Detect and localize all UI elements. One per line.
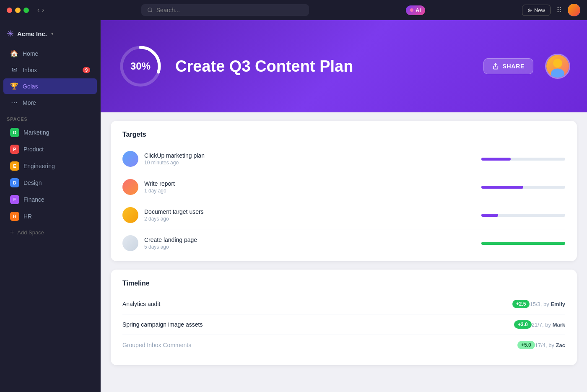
sidebar-item-more[interactable]: ⋯ More <box>3 95 97 110</box>
plus-icon: ⊕ <box>527 7 532 13</box>
target-name-2: Write report <box>144 180 475 187</box>
ai-button[interactable]: AI <box>406 5 425 15</box>
back-button[interactable]: ‹ <box>37 6 39 14</box>
design-label: Design <box>23 179 42 186</box>
hero-avatar-image <box>546 55 569 78</box>
more-icon: ⋯ <box>10 99 18 106</box>
timeline-item: Grouped Inbox Comments +5.0 17/4, by Zac <box>122 335 565 355</box>
engineering-letter: E <box>13 164 16 169</box>
add-space-label: Add Space <box>17 229 44 236</box>
target-info-3: Document target users 2 days ago <box>144 208 475 222</box>
timeline-meta-3: 17/4, by Zac <box>535 342 565 348</box>
user-avatar[interactable] <box>568 4 580 16</box>
progress-bar-3 <box>481 214 565 217</box>
progress-ring: 30% <box>117 43 164 89</box>
design-dot: D <box>10 178 19 187</box>
sidebar-item-product[interactable]: P Product <box>3 141 97 157</box>
sidebar-item-inbox[interactable]: ✉ Inbox 9 <box>3 62 97 78</box>
close-window[interactable] <box>7 8 12 13</box>
timeline-card: Timeline Analytics audit +2.5 15/3, by E… <box>111 270 577 365</box>
grid-icon[interactable]: ⠿ <box>556 5 562 15</box>
brand[interactable]: ✳ Acme Inc. ▾ <box>0 27 100 45</box>
topbar: ‹ › Search... AI ⊕ New ⠿ <box>0 0 587 20</box>
target-time-1: 10 minutes ago <box>144 160 475 166</box>
scroll-area: Targets ClickUp marketing plan 10 minute… <box>101 112 587 392</box>
target-info-1: ClickUp marketing plan 10 minutes ago <box>144 152 475 166</box>
design-letter: D <box>13 180 16 185</box>
brand-name: Acme Inc. <box>17 30 47 37</box>
progress-fill-4 <box>481 242 565 245</box>
target-name-1: ClickUp marketing plan <box>144 152 475 159</box>
target-item: Create landing page 5 days ago <box>122 229 565 251</box>
timeline-name-3: Grouped Inbox Comments <box>122 342 513 348</box>
spaces-section-label: Spaces <box>0 111 100 124</box>
sidebar-item-hr[interactable]: H HR <box>3 208 97 224</box>
target-name-4: Create landing page <box>144 236 475 243</box>
avatar-image <box>568 4 580 16</box>
hero-avatar <box>545 54 570 79</box>
minimize-window[interactable] <box>15 8 21 13</box>
progress-bar-4 <box>481 242 565 245</box>
timeline-name-1: Analytics audit <box>122 301 508 307</box>
sidebar-item-goals[interactable]: 🏆 Golas <box>3 78 97 94</box>
timeline-tag-2: +3.0 <box>514 320 532 329</box>
timeline-meta-2: 21/7, by Mark <box>532 322 565 328</box>
home-label: Home <box>23 50 38 57</box>
timeline-by-1: Emily <box>551 301 565 307</box>
maximize-window[interactable] <box>23 8 29 13</box>
sidebar-item-finance[interactable]: F Finance <box>3 192 97 208</box>
more-label: More <box>23 99 36 106</box>
sidebar-item-home[interactable]: 🏠 Home <box>3 46 97 61</box>
progress-percent: 30% <box>130 60 151 72</box>
inbox-icon: ✉ <box>10 66 18 74</box>
target-avatar-3 <box>122 207 138 223</box>
ai-indicator <box>410 8 413 12</box>
sidebar-item-design[interactable]: D Design <box>3 175 97 191</box>
window-controls <box>7 8 29 13</box>
marketing-label: Marketing <box>23 129 49 136</box>
target-item: Write report 1 day ago <box>122 173 565 201</box>
product-label: Product <box>23 146 44 153</box>
hr-dot: H <box>10 212 19 221</box>
share-icon <box>492 63 499 70</box>
home-icon: 🏠 <box>10 49 18 57</box>
finance-dot: F <box>10 195 19 204</box>
sidebar-item-engineering[interactable]: E Engineering <box>3 158 97 174</box>
share-label: SHARE <box>502 63 525 70</box>
sidebar: ✳ Acme Inc. ▾ 🏠 Home ✉ Inbox 9 🏆 Golas ⋯… <box>0 20 101 392</box>
hero-title: Create Q3 Content Plan <box>175 57 472 75</box>
progress-bar-2 <box>481 186 565 189</box>
timeline-item: Analytics audit +2.5 15/3, by Emily <box>122 294 565 314</box>
progress-fill-1 <box>481 158 511 161</box>
hr-label: HR <box>23 213 32 220</box>
finance-label: Finance <box>23 196 44 203</box>
search-bar[interactable]: Search... <box>141 4 309 16</box>
targets-title: Targets <box>122 131 565 138</box>
topbar-right: ⊕ New ⠿ <box>522 4 580 16</box>
timeline-title: Timeline <box>122 280 565 287</box>
marketing-dot: D <box>10 128 19 137</box>
ai-label: AI <box>416 7 421 13</box>
inbox-label: Inbox <box>23 67 37 73</box>
share-button[interactable]: SHARE <box>483 58 533 74</box>
brand-icon: ✳ <box>7 29 14 39</box>
finance-letter: F <box>13 197 16 202</box>
forward-button[interactable]: › <box>42 6 44 14</box>
timeline-by-3: Zac <box>556 342 565 348</box>
engineering-dot: E <box>10 161 19 171</box>
progress-bar-1 <box>481 158 565 161</box>
progress-fill-3 <box>481 214 498 217</box>
brand-chevron-icon: ▾ <box>51 31 54 36</box>
target-info-4: Create landing page 5 days ago <box>144 236 475 250</box>
target-avatar-4 <box>122 235 138 251</box>
hr-letter: H <box>13 214 16 219</box>
search-icon <box>147 7 153 13</box>
new-button[interactable]: ⊕ New <box>522 5 551 16</box>
goals-icon: 🏆 <box>10 82 18 90</box>
add-space-button[interactable]: + Add Space <box>3 225 97 239</box>
target-avatar-2 <box>122 179 138 195</box>
marketing-letter: D <box>13 130 16 135</box>
timeline-item: Spring campaign image assets +3.0 21/7, … <box>122 314 565 335</box>
sidebar-item-marketing[interactable]: D Marketing <box>3 125 97 140</box>
timeline-by-2: Mark <box>553 322 565 328</box>
